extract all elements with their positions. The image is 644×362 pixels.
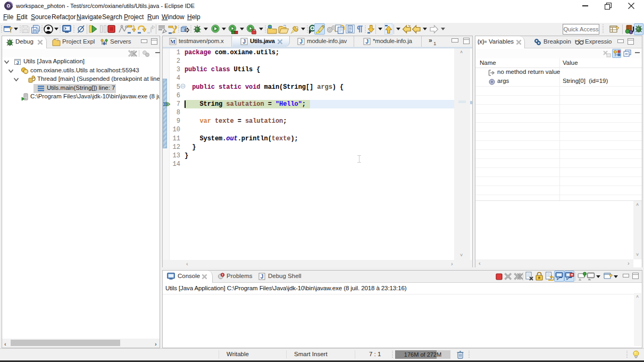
svg-text:J: J <box>299 38 303 45</box>
svg-text:J: J <box>242 38 246 45</box>
svg-text:J: J <box>16 60 19 65</box>
svg-text:J: J <box>365 38 369 45</box>
svg-text:J: J <box>261 274 264 280</box>
svg-text:M: M <box>170 39 175 45</box>
svg-text:x: x <box>578 38 580 41</box>
